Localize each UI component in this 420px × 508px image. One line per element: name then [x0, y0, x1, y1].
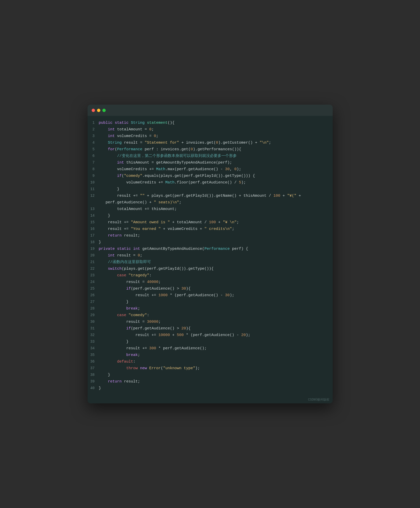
line-number: 17	[88, 233, 99, 239]
code-content: int result = 0;	[99, 253, 331, 259]
line-number: 16	[88, 226, 99, 232]
code-line: 7 int thisAmount = getAmountByTypeAndAud…	[88, 160, 333, 166]
code-line: 19private static int getAmountByTypeAndA…	[88, 246, 333, 253]
code-content: private static int getAmountByTypeAndAud…	[99, 246, 331, 252]
line-number: 37	[88, 365, 99, 371]
code-line: 14 }	[88, 213, 333, 219]
code-content: default:	[99, 359, 331, 365]
code-line: 23 case "tragedy":	[88, 272, 333, 279]
code-content: int thisAmount = getAmountByTypeAndAudie…	[99, 160, 331, 166]
code-content: }	[99, 239, 331, 246]
line-number: 32	[88, 332, 99, 338]
code-line: 12 result += "" + plays.get(perf.getPlay…	[88, 193, 333, 200]
code-line: 1public static String statement(){	[88, 120, 333, 127]
line-number: 8	[88, 166, 99, 172]
code-content: //函数内在这里获取即可	[99, 259, 331, 266]
code-line: 27 }	[88, 299, 333, 306]
code-content: }	[99, 213, 331, 219]
code-editor: 1public static String statement(){2 int …	[88, 116, 333, 396]
line-number: 26	[88, 292, 99, 298]
line-number: 31	[88, 326, 99, 331]
code-content: }	[99, 299, 331, 305]
code-content: }	[99, 339, 331, 345]
code-content: throw new Error("unknown type");	[99, 365, 331, 372]
code-line: 25 if(perf.getAudience() > 30){	[88, 286, 333, 292]
line-number: 27	[88, 299, 99, 305]
line-number: 23	[88, 272, 99, 278]
close-button[interactable]	[92, 109, 95, 112]
code-line: 36 default:	[88, 359, 333, 365]
code-content: }	[99, 385, 331, 392]
line-number: 10	[88, 180, 99, 185]
line-number: 20	[88, 253, 99, 258]
line-number: 4	[88, 140, 99, 146]
code-line: 31 if(perf.getAudience() > 20){	[88, 326, 333, 332]
code-content: String result = "Statement for" + invoic…	[99, 140, 331, 146]
line-number: 5	[88, 146, 99, 152]
maximize-button[interactable]	[102, 109, 106, 112]
code-content: if(perf.getAudience() > 20){	[99, 326, 331, 332]
code-content: result += "" + plays.get(perf.getPlayId(…	[99, 193, 331, 199]
line-number: 36	[88, 359, 99, 365]
code-content: case "tragedy":	[99, 272, 331, 279]
line-number: 15	[88, 219, 99, 225]
code-content: result += 10000 + 500 * (perf.getAudienc…	[99, 332, 331, 339]
line-number: 19	[88, 246, 99, 252]
code-content: result += 1000 * (perf.getAudience() - 3…	[99, 292, 331, 299]
code-line: 4 String result = "Statement for" + invo…	[88, 140, 333, 146]
code-line: 8 volumeCredits += Math.max(perf.getAudi…	[88, 166, 333, 173]
line-number: 2	[88, 127, 99, 132]
code-line: 32 result += 10000 + 500 * (perf.getAudi…	[88, 332, 333, 339]
code-content: switch(plays.get(perf.getPlayId()).getTy…	[99, 266, 331, 272]
line-number: 3	[88, 133, 99, 139]
watermark: CSDN©极州版权	[88, 396, 333, 403]
line-number: 39	[88, 379, 99, 385]
line-number: 13	[88, 206, 99, 212]
code-window: 1public static String statement(){2 int …	[88, 105, 333, 403]
code-line: 28 break;	[88, 306, 333, 312]
code-content: }	[99, 372, 331, 378]
line-number: 12	[88, 193, 99, 199]
code-content: result += 300 * perf.getAudience();	[99, 345, 331, 352]
code-content: result = 30000;	[99, 319, 331, 325]
code-content: result += "You earned " + volumeCredits …	[99, 226, 331, 232]
line-number: 18	[88, 239, 99, 245]
code-content: break;	[99, 352, 331, 358]
code-line: 13 totalAmount += thisAmount;	[88, 206, 333, 213]
code-content: perf.getAudience() + " seats)\n";	[99, 200, 331, 206]
code-content: if(perf.getAudience() > 30){	[99, 286, 331, 292]
code-line: 10 volumeCredits += Math.floor(perf.getA…	[88, 180, 333, 186]
minimize-button[interactable]	[97, 109, 100, 112]
line-number: 6	[88, 153, 99, 159]
line-number: 1	[88, 120, 99, 126]
code-content: result += "Amount owed is " + totalAmoun…	[99, 219, 331, 226]
code-line: 40}	[88, 385, 333, 392]
line-number: 11	[88, 186, 99, 192]
line-number: 33	[88, 339, 99, 345]
line-number: 38	[88, 372, 99, 378]
code-line: 22 switch(plays.get(perf.getPlayId()).ge…	[88, 266, 333, 272]
code-content: if("comedy".equals(plays.get(perf.getPla…	[99, 173, 331, 179]
code-line: perf.getAudience() + " seats)\n";	[88, 200, 333, 206]
line-number: 30	[88, 319, 99, 325]
code-line: 6 //变化在这里，第二个形参函数本身就可以获取到就没必要多一个形参	[88, 153, 333, 160]
code-line: 11 }	[88, 186, 333, 193]
code-content: totalAmount += thisAmount;	[99, 206, 331, 213]
code-content: break;	[99, 306, 331, 312]
line-number: 7	[88, 160, 99, 166]
line-number: 25	[88, 286, 99, 292]
code-line: 24 result = 40000;	[88, 279, 333, 286]
code-line: 35 break;	[88, 352, 333, 359]
line-number: 34	[88, 345, 99, 351]
line-number: 9	[88, 173, 99, 179]
code-line: 18}	[88, 239, 333, 246]
code-content: int totalAmount = 0;	[99, 127, 331, 133]
titlebar	[88, 105, 333, 116]
code-line: 26 result += 1000 * (perf.getAudience() …	[88, 292, 333, 299]
code-line: 15 result += "Amount owed is " + totalAm…	[88, 219, 333, 226]
code-content: }	[99, 186, 331, 193]
code-content: volumeCredits += Math.max(perf.getAudien…	[99, 166, 331, 173]
code-line: 37 throw new Error("unknown type");	[88, 365, 333, 372]
code-content: public static String statement(){	[99, 120, 331, 126]
code-line: 9 if("comedy".equals(plays.get(perf.getP…	[88, 173, 333, 180]
